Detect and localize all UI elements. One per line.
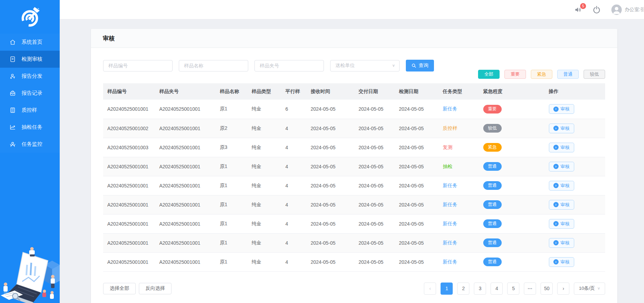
cell-sample-no: A20240525001001 [103,157,155,176]
sidebar-item-report-records[interactable]: 报告记录 [0,85,60,102]
urgency-badge: 普通 [483,200,502,209]
sidebar-item-spot-check-tasks[interactable]: 抽检任务 [0,119,60,136]
cell-sample-name: 原1 [216,252,248,271]
power-icon [592,5,601,14]
cell-sample-type: 纯金 [248,195,281,214]
cell-delivery-date: 2024-05-05 [354,233,395,252]
home-icon [9,39,16,45]
cell-sample-name: 原1 [216,214,248,233]
cell-sample-type: 纯金 [248,119,281,138]
chevron-left-icon: ‹ [429,286,431,291]
notification-badge: 5 [580,3,586,9]
cell-folder-no: A20240525001001 [155,233,216,252]
cell-urgency: 较低 [479,119,545,138]
avatar [611,5,622,15]
pagination: ‹ 1 2 3 4 5 ••• 50 › 10条/页 ∨ [424,283,605,295]
page-button[interactable]: 1 [441,283,453,295]
document-icon [9,56,16,62]
arrow-right-circle-icon: › [553,259,559,264]
cell-sample-type: 纯金 [248,214,281,233]
calculator-icon [9,107,16,113]
cell-folder-no: A20240525001001 [155,100,216,119]
search-icon [411,63,416,68]
review-button-label: 审核 [561,221,570,227]
query-button[interactable]: 查询 [406,60,434,71]
review-button[interactable]: › 审核 [549,104,574,114]
table-row: A20240525001002 A20240525001001 原2 纯金 4 … [103,119,605,138]
archive-box-icon [9,90,16,96]
sidebar-item-report-dispatch[interactable]: 报告分发 [0,68,60,85]
notification-button[interactable]: 5 [574,6,582,14]
page-button[interactable]: 5 [507,283,519,295]
cell-folder-no: A20240525001001 [155,157,216,176]
table-row: A20240525001001 A20240525001001 原1 纯金 4 … [103,252,605,271]
cell-sample-name: 原2 [216,119,248,138]
review-button[interactable]: › 审核 [549,200,574,210]
column-header: 样品类型 [248,83,281,100]
sidebar-item-home[interactable]: 系统首页 [0,34,60,51]
column-header: 任务类型 [438,83,479,100]
cell-delivery-date: 2024-05-05 [354,100,395,119]
username-label: 办公室:张 [625,7,643,13]
sidebar-item-task-monitor[interactable]: 任务监控 [0,136,60,153]
next-page-button[interactable]: › [557,283,569,295]
monitor-user-icon [9,141,16,148]
cell-action: › 审核 [545,157,605,176]
table-row: A20240525001001 A20240525001001 原1 纯金 6 … [103,100,605,119]
cell-delivery-date: 2024-05-05 [354,252,395,271]
cell-sample-type: 纯金 [248,176,281,195]
sidebar-item-label: 任务监控 [22,141,42,148]
cell-task-type: 新任务 [438,100,479,119]
urgency-badge: 普通 [483,219,502,228]
cell-parallel: 6 [281,100,307,119]
chart-icon [9,124,16,131]
cell-urgency: 普通 [479,214,545,233]
review-button[interactable]: › 审核 [549,124,574,133]
review-button[interactable]: › 审核 [549,143,574,152]
cell-folder-no: A20240525001001 [155,119,216,138]
select-all-button[interactable]: 选择全部 [103,283,136,294]
content-area: 审核 送检单位 ∨ 查询 [60,19,644,303]
review-button[interactable]: › 审核 [549,181,574,191]
filter-chip[interactable]: 重要 [504,70,526,79]
page-button[interactable]: 2 [457,283,469,295]
cell-sample-type: 纯金 [248,138,281,157]
review-button[interactable]: › 审核 [549,257,574,267]
cell-test-date: 2024-05-05 [395,176,438,195]
review-button[interactable]: › 审核 [549,219,574,229]
cell-test-date: 2024-05-05 [395,100,438,119]
page-button[interactable]: 3 [474,283,486,295]
user-menu[interactable]: 办公室:张 [611,5,643,15]
sample-no-input[interactable] [103,60,173,71]
invert-selection-button[interactable]: 反向选择 [139,283,172,294]
audit-table: 样品编号 样品夹号 样品名称 样品类型 平行样 接收时间 交付日期 检测日期 任… [103,83,605,272]
sample-name-input[interactable] [179,60,248,71]
page-button[interactable]: 50 [541,283,553,295]
filter-chip[interactable]: 紧急 [531,70,552,79]
sidebar-item-label: 系统首页 [22,39,42,45]
arrow-right-circle-icon: › [553,126,559,131]
cell-received-date: 2024-05-05 [307,176,354,195]
filter-chip[interactable]: 全部 [478,70,500,79]
cell-received-date: 2024-05-05 [307,119,354,138]
panel-header: 审核 [91,29,617,48]
page-size-select[interactable]: 10条/页 ∨ [574,283,605,295]
more-pages-button[interactable]: ••• [524,283,536,295]
sidebar-item-audit[interactable]: 检测审核 [0,51,60,68]
cell-test-date: 2024-05-05 [395,195,438,214]
cell-received-date: 2024-05-05 [307,233,354,252]
query-button-label: 查询 [419,62,428,69]
page-button[interactable]: 4 [491,283,503,295]
review-button[interactable]: › 审核 [549,238,574,248]
arrow-right-circle-icon: › [553,107,559,112]
filter-chip[interactable]: 普通 [557,70,579,79]
cell-parallel: 4 [281,214,307,233]
cell-task-type: 新任务 [438,214,479,233]
unit-select[interactable]: 送检单位 ∨ [330,60,400,71]
filter-chip[interactable]: 较低 [584,70,605,79]
prev-page-button[interactable]: ‹ [424,283,436,295]
review-button[interactable]: › 审核 [549,162,574,171]
sample-folder-input[interactable] [254,60,324,71]
logout-button[interactable] [592,5,601,14]
sidebar-item-qc-sample[interactable]: 质控样 [0,102,60,119]
